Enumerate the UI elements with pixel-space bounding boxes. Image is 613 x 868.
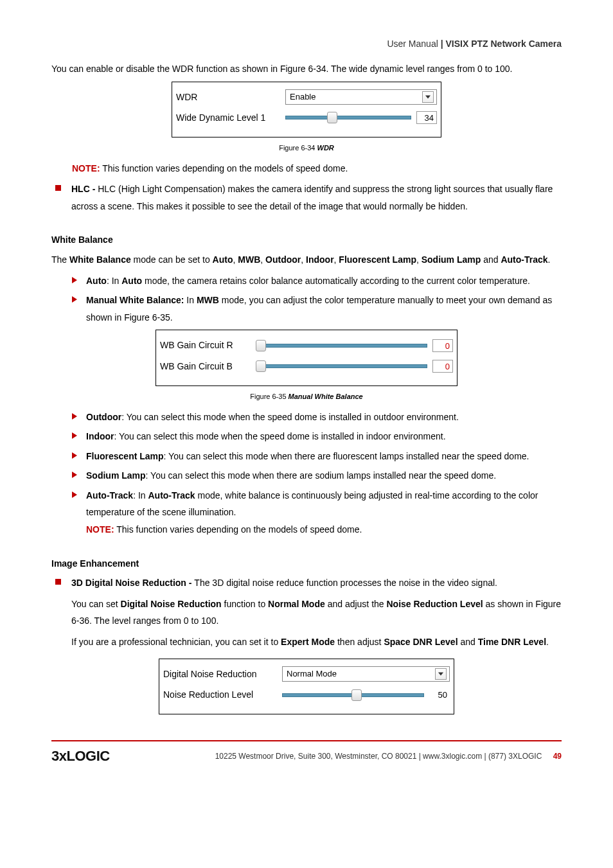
figure-wdr: WDR Enable Wide Dynamic Level 1 34 xyxy=(172,82,441,137)
slider-thumb[interactable] xyxy=(327,112,337,123)
dnr-row-level: Noise Reduction Level 50 xyxy=(163,686,450,704)
t: Fluorescent Lamp xyxy=(339,254,416,265)
ie-dnr-p1: 3D Digital Noise Reduction - The 3D digi… xyxy=(71,574,562,592)
mwb-row-r: WB Gain Circuit R 0 xyxy=(160,337,453,354)
wb-outdoor-item: Outdoor: You can select this mode when t… xyxy=(72,409,562,426)
t: . xyxy=(548,254,551,265)
page: User Manual | VISIX PTZ Network Camera Y… xyxy=(0,0,613,868)
square-bullet-icon xyxy=(55,185,61,191)
page-number: 49 xyxy=(553,752,562,761)
note-label: NOTE: xyxy=(72,163,100,173)
t: The 3D digital noise reduce function pro… xyxy=(194,578,497,588)
footer-text: 10225 Westmoor Drive, Suite 300, Westmin… xyxy=(215,752,562,761)
t: Outdoor xyxy=(265,254,301,265)
ie-dnr-content: 3D Digital Noise Reduction - The 3D digi… xyxy=(71,574,562,654)
chevron-down-icon xyxy=(435,668,447,680)
t: mode, the camera retains color balance a… xyxy=(142,276,530,286)
figure-dnr-wrap: Digital Noise Reduction Normal Mode Nois… xyxy=(51,659,562,714)
ie-dnr-p2: You can set Digital Noise Reduction func… xyxy=(71,596,562,630)
wdr-label: WDR xyxy=(176,89,285,106)
wb-gain-r-value: 0 xyxy=(432,339,453,352)
t: mode can be set to xyxy=(131,254,213,265)
dnr-level-slider[interactable] xyxy=(282,693,424,697)
t: function to xyxy=(222,599,268,609)
footer-address: 10225 Westmoor Drive, Suite 300, Westmin… xyxy=(215,752,542,761)
figure-wdr-wrap: WDR Enable Wide Dynamic Level 1 34 xyxy=(51,82,562,137)
slider-thumb[interactable] xyxy=(256,340,266,351)
wb-mwb-content: Manual White Balance: In MWB mode, you c… xyxy=(86,292,562,326)
t: Indoor xyxy=(306,254,334,265)
figure-wdr-caption: Figure 6-34 WDR xyxy=(51,141,562,155)
t: Auto xyxy=(213,254,233,265)
dnr-level-value: 50 xyxy=(429,689,450,702)
t: : In xyxy=(133,490,148,500)
figure-mwb-caption: Figure 6-35 Manual White Balance xyxy=(51,390,562,403)
t: White Balance xyxy=(69,254,131,265)
t: : You can select this mode when there ar… xyxy=(146,470,497,481)
caption-label: Figure 6-35 xyxy=(250,393,288,400)
wb-sodium-item: Sodium Lamp: You can select this mode wh… xyxy=(72,467,562,484)
t: Sodium Lamp xyxy=(422,254,481,265)
triangle-bullet-icon xyxy=(72,413,77,420)
dnr-mode-dropdown[interactable]: Normal Mode xyxy=(282,666,450,682)
wb-indoor-item: Indoor: You can select this mode when th… xyxy=(72,428,562,445)
t: You can set xyxy=(71,599,121,609)
slider-thumb[interactable] xyxy=(256,360,266,372)
t: Auto-Track xyxy=(501,254,547,265)
t: Auto-Track xyxy=(86,490,133,500)
t: The xyxy=(51,254,69,265)
t: In xyxy=(184,295,196,305)
t: : You can select this mode when the spee… xyxy=(121,412,459,422)
intro-paragraph: You can enable or disable the WDR functi… xyxy=(51,60,562,78)
wdr-level-slider[interactable] xyxy=(285,116,411,120)
t: Digital Noise Reduction xyxy=(121,599,222,609)
t: Normal Mode xyxy=(268,599,325,609)
wb-auto-content: Auto: In Auto mode, the camera retains c… xyxy=(86,272,562,290)
t: Time DNR Level xyxy=(478,637,546,647)
wdr-level-label: Wide Dynamic Level 1 xyxy=(176,109,285,127)
wdr-row-dropdown: WDR Enable xyxy=(176,89,437,106)
figure-dnr: Digital Noise Reduction Normal Mode Nois… xyxy=(159,659,454,714)
wb-gain-r-label: WB Gain Circuit R xyxy=(160,337,256,354)
note-label: NOTE: xyxy=(86,524,114,535)
wb-sodium-content: Sodium Lamp: You can select this mode wh… xyxy=(86,467,562,484)
wb-gain-r-slider[interactable] xyxy=(256,344,427,348)
caption-title: Manual White Balance xyxy=(289,393,363,400)
wb-intro: The White Balance mode can be set to Aut… xyxy=(51,251,562,269)
running-header: User Manual | VISIX PTZ Network Camera xyxy=(51,39,562,49)
header-thin: User Manual xyxy=(387,39,440,49)
chevron-down-icon xyxy=(422,91,434,103)
t: . xyxy=(546,637,549,647)
note-text: This function varies depending on the mo… xyxy=(100,163,348,173)
t: Auto xyxy=(121,276,142,286)
square-bullet-icon xyxy=(55,579,61,585)
body: You can enable or disable the WDR functi… xyxy=(51,60,562,714)
t: If you are a professional technician, yo… xyxy=(71,637,281,647)
wdr-row-slider: Wide Dynamic Level 1 34 xyxy=(176,109,437,127)
wb-autotrack-content: Auto-Track: In Auto-Track mode, white ba… xyxy=(86,487,562,538)
figure-mwb-wrap: WB Gain Circuit R 0 WB Gain Circuit B 0 xyxy=(51,330,562,385)
t: Space DNR Level xyxy=(384,637,458,647)
triangle-bullet-icon xyxy=(72,277,77,283)
t: : You can select this mode when there ar… xyxy=(164,451,529,461)
t: Indoor xyxy=(86,431,114,441)
footer: 3xLOGIC 10225 Westmoor Drive, Suite 300,… xyxy=(51,748,562,784)
hlc-item: HLC - HLC (High Light Compensation) make… xyxy=(51,181,562,215)
dnr-mode-value: Normal Mode xyxy=(287,666,337,682)
note-text: This function varies depending on the mo… xyxy=(114,524,362,535)
slider-thumb[interactable] xyxy=(351,689,362,701)
triangle-bullet-icon xyxy=(72,296,77,303)
caption-label: Figure 6-34 xyxy=(279,144,317,152)
t: MWB xyxy=(238,254,260,265)
wb-gain-b-slider[interactable] xyxy=(256,364,427,368)
wdr-dropdown[interactable]: Enable xyxy=(285,89,437,105)
wdr-dropdown-value: Enable xyxy=(290,89,315,105)
wb-gain-b-value: 0 xyxy=(432,360,453,373)
svg-marker-1 xyxy=(438,673,443,676)
t: Fluorescent Lamp xyxy=(86,451,164,461)
t: and xyxy=(481,254,501,265)
wb-mwb-item: Manual White Balance: In MWB mode, you c… xyxy=(72,292,562,326)
t: then adjust xyxy=(335,637,384,647)
triangle-bullet-icon xyxy=(72,492,77,498)
t: Auto xyxy=(86,276,107,286)
